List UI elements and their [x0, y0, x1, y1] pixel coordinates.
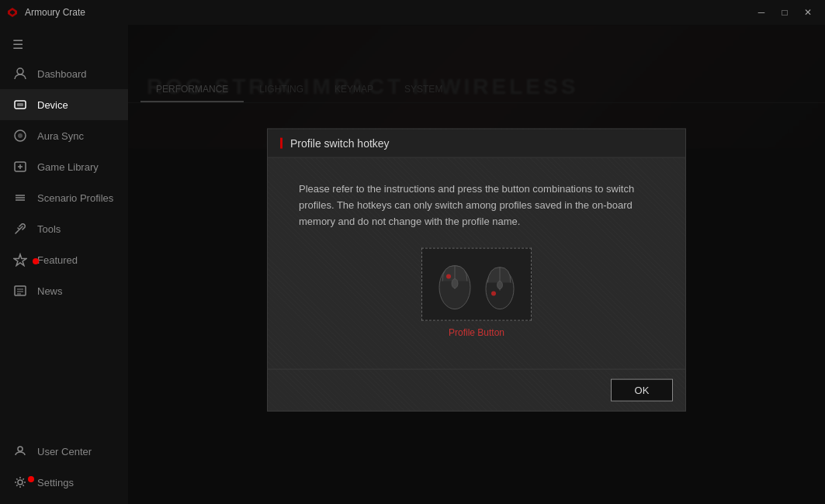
sidebar-item-news-label: News	[37, 285, 63, 297]
sidebar-item-scenario-profiles[interactable]: Scenario Profiles	[0, 182, 128, 213]
titlebar: Armoury Crate ─ □ ✕	[0, 0, 825, 25]
svg-point-25	[497, 281, 503, 289]
svg-point-17	[18, 447, 23, 451]
app-title: Armoury Crate	[25, 7, 85, 18]
svg-rect-4	[17, 103, 23, 106]
profile-button-label: Profile Button	[299, 327, 654, 338]
featured-badge	[33, 258, 39, 264]
sidebar-item-aura-label: Aura Sync	[37, 130, 84, 142]
sidebar: ☰ Dashboard Device Aura Sync	[0, 25, 128, 504]
dialog-title: Profile switch hotkey	[268, 129, 685, 158]
maximize-button[interactable]: □	[774, 4, 796, 21]
tools-icon	[12, 221, 28, 236]
svg-point-6	[18, 133, 23, 138]
sidebar-item-device-label: Device	[37, 99, 68, 111]
mouse-image-box	[421, 248, 532, 321]
sidebar-item-news[interactable]: News	[0, 275, 128, 306]
mouse-image-container	[299, 248, 654, 321]
dialog-body-text: Please refer to the instructions and pre…	[299, 181, 654, 230]
sidebar-item-game-library-label: Game Library	[37, 161, 99, 173]
sidebar-item-tools-label: Tools	[37, 223, 61, 235]
mouse-right-icon	[478, 257, 518, 312]
dialog-footer: OK	[268, 369, 685, 411]
sidebar-item-featured[interactable]: Featured	[0, 244, 128, 275]
app-logo	[6, 6, 19, 19]
sidebar-item-user-center[interactable]: User Center	[0, 436, 128, 467]
menu-hamburger-icon[interactable]: ☰	[0, 31, 128, 58]
svg-point-18	[18, 480, 23, 485]
svg-point-22	[452, 279, 458, 288]
minimize-button[interactable]: ─	[750, 4, 772, 21]
main-content: ROG STRIX IMPACT II WIRELESS PERFORMANCE…	[128, 25, 825, 504]
featured-icon	[12, 252, 28, 268]
news-icon	[12, 283, 28, 299]
sidebar-item-settings[interactable]: Settings	[0, 467, 128, 498]
settings-badge	[28, 476, 34, 482]
dialog-title-text: Profile switch hotkey	[290, 137, 390, 150]
svg-point-26	[491, 292, 496, 296]
user-center-icon	[12, 444, 28, 459]
sidebar-item-game-library[interactable]: Game Library	[0, 151, 128, 182]
aura-sync-icon	[12, 128, 28, 143]
sidebar-item-dashboard-label: Dashboard	[37, 68, 87, 80]
app-layout: ☰ Dashboard Device Aura Sync	[0, 25, 825, 504]
device-icon	[12, 97, 28, 112]
profile-switch-hotkey-dialog: Profile switch hotkey Please refer to th…	[267, 129, 686, 412]
sidebar-item-user-center-label: User Center	[37, 446, 92, 457]
svg-point-21	[446, 274, 451, 279]
sidebar-bottom: User Center Settings	[0, 436, 128, 498]
sidebar-item-device[interactable]: Device	[0, 89, 128, 120]
close-button[interactable]: ✕	[797, 4, 819, 21]
sidebar-item-scenario-profiles-label: Scenario Profiles	[37, 192, 113, 204]
game-library-icon	[12, 159, 28, 174]
settings-icon	[12, 475, 28, 490]
svg-point-2	[17, 68, 23, 74]
mouse-left-icon	[435, 257, 475, 312]
ok-button[interactable]: OK	[611, 379, 673, 402]
sidebar-item-dashboard[interactable]: Dashboard	[0, 58, 128, 89]
sidebar-item-aura-sync[interactable]: Aura Sync	[0, 120, 128, 151]
titlebar-controls: ─ □ ✕	[750, 4, 819, 21]
sidebar-item-featured-label: Featured	[37, 254, 78, 266]
scenario-profiles-icon	[12, 190, 28, 205]
dialog-body: Please refer to the instructions and pre…	[268, 158, 685, 369]
titlebar-left: Armoury Crate	[6, 6, 85, 19]
sidebar-item-tools[interactable]: Tools	[0, 213, 128, 244]
dashboard-icon	[12, 66, 28, 81]
sidebar-item-settings-label: Settings	[37, 477, 74, 488]
